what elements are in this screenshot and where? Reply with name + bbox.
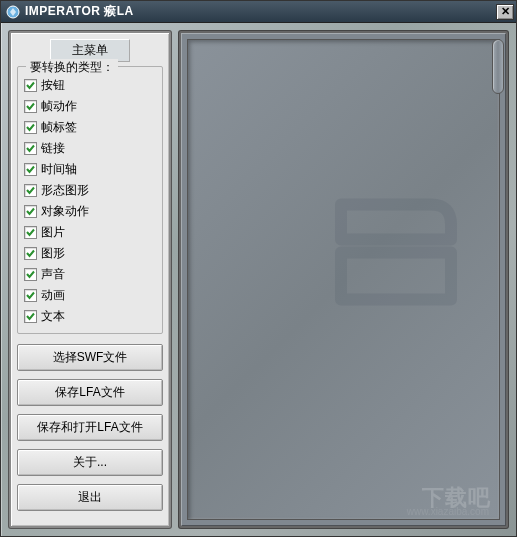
check-label: 图片 [41,224,65,241]
check-label: 动画 [41,287,65,304]
checkbox-morph[interactable] [24,184,37,197]
check-item-sound: 声音 [24,264,156,285]
check-item-frame-action: 帧动作 [24,96,156,117]
check-label: 按钮 [41,77,65,94]
body-area: 主菜单 要转换的类型： 按钮 帧动作 帧标签 链接 [1,23,516,536]
check-item-frame-label: 帧标签 [24,117,156,138]
check-label: 对象动作 [41,203,89,220]
sidebar: 主菜单 要转换的类型： 按钮 帧动作 帧标签 链接 [9,31,171,528]
check-label: 帧动作 [41,98,77,115]
scroll-thumb[interactable] [492,39,504,94]
check-item-button: 按钮 [24,75,156,96]
check-item-text: 文本 [24,306,156,327]
check-label: 声音 [41,266,65,283]
about-button[interactable]: 关于... [17,449,163,476]
save-lfa-button[interactable]: 保存LFA文件 [17,379,163,406]
close-button[interactable]: ✕ [496,4,514,20]
check-item-image: 图片 [24,222,156,243]
logo-icon [321,174,471,327]
checkbox-object-action[interactable] [24,205,37,218]
check-item-shape: 图形 [24,243,156,264]
check-label: 图形 [41,245,65,262]
check-item-link: 链接 [24,138,156,159]
check-item-morph: 形态图形 [24,180,156,201]
app-window: IMPERATOR 瘊LA ✕ 主菜单 要转换的类型： 按钮 帧动作 帧标签 [0,0,517,537]
save-open-lfa-button[interactable]: 保存和打开LFA文件 [17,414,163,441]
check-label: 帧标签 [41,119,77,136]
checkbox-sound[interactable] [24,268,37,281]
types-group-title: 要转换的类型： [26,59,118,76]
checkbox-frame-action[interactable] [24,100,37,113]
checkbox-text[interactable] [24,310,37,323]
checkbox-animation[interactable] [24,289,37,302]
select-swf-button[interactable]: 选择SWF文件 [17,344,163,371]
checkbox-frame-label[interactable] [24,121,37,134]
checkbox-button[interactable] [24,79,37,92]
preview-scrollbar[interactable] [492,39,504,520]
types-group: 要转换的类型： 按钮 帧动作 帧标签 链接 [17,66,163,334]
checkbox-link[interactable] [24,142,37,155]
check-label: 链接 [41,140,65,157]
checkbox-timeline[interactable] [24,163,37,176]
check-label: 时间轴 [41,161,77,178]
preview-panel: 下载吧 www.xiazaiba.com [179,31,508,528]
checkbox-shape[interactable] [24,247,37,260]
check-item-animation: 动画 [24,285,156,306]
check-label: 形态图形 [41,182,89,199]
exit-button[interactable]: 退出 [17,484,163,511]
check-item-object-action: 对象动作 [24,201,156,222]
window-title: IMPERATOR 瘊LA [25,3,496,20]
preview-canvas: 下载吧 www.xiazaiba.com [187,39,500,520]
app-icon [5,4,21,20]
check-item-timeline: 时间轴 [24,159,156,180]
watermark-url: www.xiazaiba.com [407,506,489,517]
titlebar: IMPERATOR 瘊LA ✕ [1,1,516,23]
check-label: 文本 [41,308,65,325]
checkbox-image[interactable] [24,226,37,239]
